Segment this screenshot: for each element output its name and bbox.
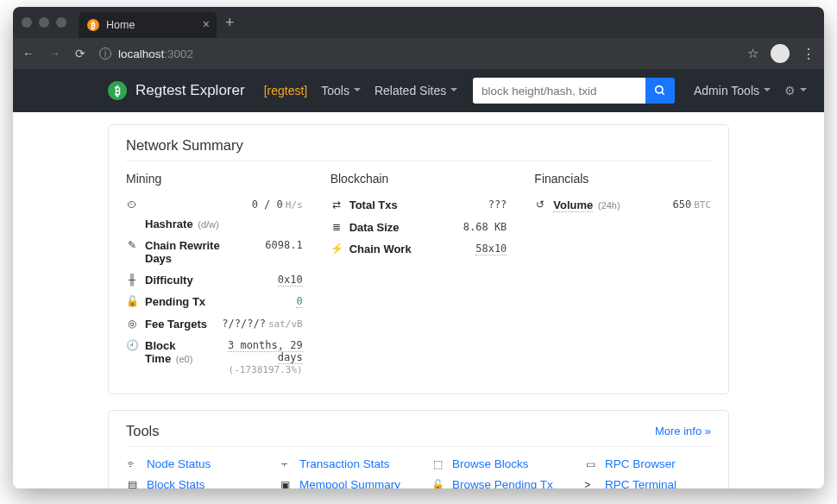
tools-more-info-link[interactable]: More info » xyxy=(655,425,711,438)
nav-tools-dropdown[interactable]: Tools xyxy=(321,84,361,98)
settings-gear-icon[interactable]: ⚙ xyxy=(784,84,807,98)
fee-targets-label: Fee Targets xyxy=(145,318,207,331)
titlebar: ₿ Home × + xyxy=(13,7,824,38)
difficulty-label: Difficulty xyxy=(145,274,193,287)
close-tab-icon[interactable]: × xyxy=(203,18,210,30)
network-summary-card: Network Summary Mining ⏲ 0 / 0H/s Hashra… xyxy=(108,124,729,394)
hashrate-value: 0 / 0H/s xyxy=(152,198,303,211)
mining-column: Mining ⏲ 0 / 0H/s Hashrate (d/w) ✎ Chain… xyxy=(126,172,303,380)
financials-column: Financials ↺ Volume (24h) 650BTC xyxy=(534,172,711,380)
bolt-icon: ⚡ xyxy=(330,243,343,256)
pending-tx-label: Pending Tx xyxy=(145,295,205,308)
omnibox[interactable]: i localhost:3002 xyxy=(99,47,193,60)
volume-label: Volume (24h) xyxy=(553,198,620,211)
pending-tx-value: 0 xyxy=(212,295,303,307)
browser-menu-icon[interactable]: ⋮ xyxy=(802,46,815,62)
profile-avatar[interactable] xyxy=(771,44,790,63)
close-window-icon[interactable] xyxy=(22,17,32,28)
back-icon[interactable]: ← xyxy=(22,47,35,60)
exchange-icon: ⇄ xyxy=(330,198,343,212)
nav-related-dropdown[interactable]: Related Sites xyxy=(374,84,457,98)
chain-rewrite-label: Chain Rewrite Days xyxy=(145,239,223,265)
block-time-value: 3 months, 29 days (-1738197.3%) xyxy=(204,339,303,375)
maximize-window-icon[interactable] xyxy=(56,17,66,28)
app-navbar: ₿ Regtest Explorer [regtest] Tools Relat… xyxy=(13,69,824,112)
blockchain-column: Blockchain ⇄ Total Txs ??? ≣ Data Size 8… xyxy=(330,172,507,380)
data-size-value: 8.68 KB xyxy=(406,221,507,233)
data-size-label: Data Size xyxy=(349,221,400,234)
window-controls[interactable] xyxy=(22,17,66,28)
address-host: localhost xyxy=(118,47,164,60)
clock-icon: 🕘 xyxy=(126,339,138,353)
address-bar: ← → ⟳ i localhost:3002 ☆ ⋮ xyxy=(13,38,824,69)
minimize-window-icon[interactable] xyxy=(39,17,49,28)
history-icon: ↺ xyxy=(534,198,546,212)
database-icon: ≣ xyxy=(330,221,343,235)
browser-window: ₿ Home × + ← → ⟳ i localhost:3002 ☆ ⋮ ₿ … xyxy=(13,7,824,488)
tool-browse-blocks[interactable]: ⬚Browse Blocks xyxy=(431,457,558,470)
brand-title: Regtest Explorer xyxy=(135,82,245,99)
address-port: :3002 xyxy=(164,47,193,60)
tool-rpc-terminal[interactable]: >_RPC Terminal xyxy=(584,478,711,488)
terminal-icon: >_ xyxy=(584,479,596,488)
fee-targets-value: ?/?/?/?sat/vB xyxy=(214,318,303,330)
forward-icon[interactable]: → xyxy=(47,47,61,60)
antenna-icon: ᯤ xyxy=(126,458,138,470)
favicon-bitcoin-icon: ₿ xyxy=(87,19,99,31)
cubes-icon: ⬚ xyxy=(431,458,444,470)
admin-tools-dropdown[interactable]: Admin Tools xyxy=(694,84,771,98)
total-txs-value: ??? xyxy=(405,198,507,211)
search-icon xyxy=(654,85,666,97)
unlock-icon: 🔓 xyxy=(126,295,138,309)
tool-block-stats[interactable]: ▤Block Stats xyxy=(126,478,253,488)
tool-node-status[interactable]: ᯤNode Status xyxy=(126,457,253,470)
network-badge: [regtest] xyxy=(264,84,308,98)
unlock-icon: 🔓 xyxy=(431,479,444,488)
volume-value: 650BTC xyxy=(627,198,711,211)
reload-icon[interactable]: ⟳ xyxy=(73,47,87,60)
layers-icon: ▤ xyxy=(126,479,138,488)
chain-work-value: 58x10 xyxy=(418,243,507,255)
tool-transaction-stats[interactable]: ⫟Transaction Stats xyxy=(279,457,406,470)
edit-icon: ✎ xyxy=(126,239,138,253)
tools-card: Tools More info » ᯤNode Status ▤Block St… xyxy=(108,410,729,488)
tool-rpc-browser[interactable]: ▭RPC Browser xyxy=(584,457,711,470)
difficulty-value: 0x10 xyxy=(200,274,303,286)
book-icon: ▭ xyxy=(584,458,596,470)
sliders-icon: ╫ xyxy=(126,274,138,287)
bitcoin-logo-icon: ₿ xyxy=(108,81,127,100)
tab-title: Home xyxy=(106,19,135,31)
hashrate-label: Hashrate (d/w) xyxy=(145,217,322,230)
bar-chart-icon: ⫟ xyxy=(279,458,291,470)
tool-browse-pending[interactable]: 🔓Browse Pending Tx xyxy=(431,478,558,488)
target-icon: ◎ xyxy=(126,318,138,331)
search-button[interactable] xyxy=(645,78,675,104)
blockchain-title: Blockchain xyxy=(330,172,507,186)
gauge-icon: ⏲ xyxy=(126,198,138,212)
block-time-label: Block Time (e0) xyxy=(145,339,197,365)
brand[interactable]: ₿ Regtest Explorer xyxy=(108,81,245,100)
tools-title: Tools xyxy=(126,423,160,439)
svg-line-1 xyxy=(662,92,664,95)
mining-title: Mining xyxy=(126,172,303,186)
network-summary-title: Network Summary xyxy=(126,137,711,161)
site-info-icon[interactable]: i xyxy=(99,47,111,60)
total-txs-label: Total Txs xyxy=(349,198,398,211)
chain-work-label: Chain Work xyxy=(349,243,412,255)
financials-title: Financials xyxy=(534,172,711,186)
tool-mempool-summary[interactable]: ▣Mempool Summary xyxy=(279,478,406,488)
bookmark-star-icon[interactable]: ☆ xyxy=(747,46,758,61)
clipboard-icon: ▣ xyxy=(279,479,291,488)
search-form xyxy=(473,78,675,104)
chain-rewrite-value: 6098.1 xyxy=(230,239,303,251)
svg-point-0 xyxy=(656,86,663,93)
browser-tab[interactable]: ₿ Home × xyxy=(79,12,217,38)
search-input[interactable] xyxy=(473,78,645,104)
page-content: Network Summary Mining ⏲ 0 / 0H/s Hashra… xyxy=(13,112,824,488)
new-tab-button[interactable]: + xyxy=(225,14,235,32)
